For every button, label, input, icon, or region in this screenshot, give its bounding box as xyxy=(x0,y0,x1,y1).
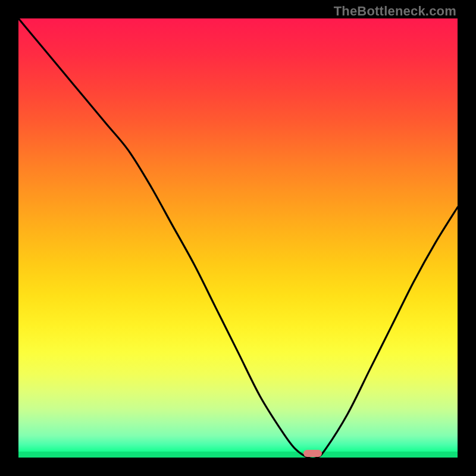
chart-frame: TheBottleneck.com xyxy=(0,0,476,476)
plot-area xyxy=(18,18,458,458)
optimal-marker xyxy=(303,450,322,457)
watermark-text: TheBottleneck.com xyxy=(334,4,456,19)
bottleneck-curve xyxy=(18,18,458,458)
